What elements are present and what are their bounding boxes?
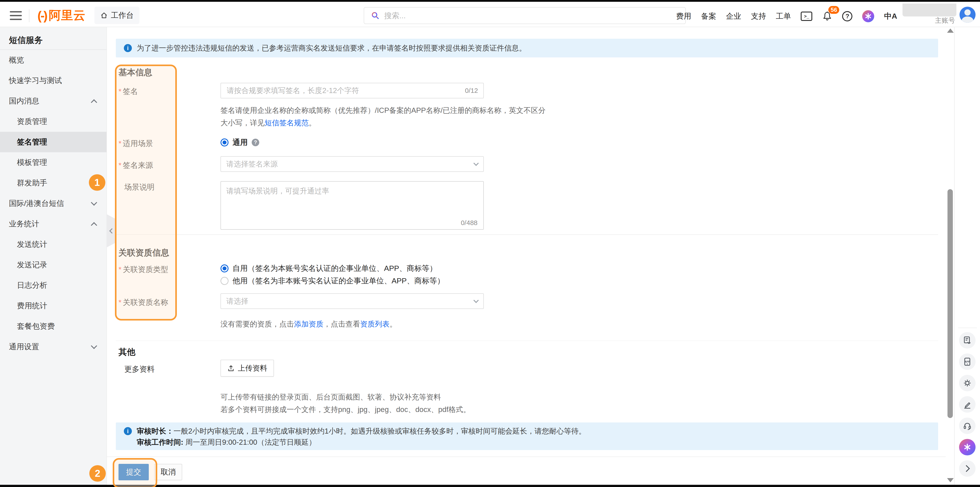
scene-label: *适用场景	[118, 138, 153, 149]
chevron-down-icon	[91, 343, 97, 349]
signature-field: 0/12	[221, 83, 484, 98]
sidebar-item-send-stats[interactable]: 发送统计	[0, 234, 107, 255]
section-other-title: 其他	[118, 346, 135, 358]
qual-name-select[interactable]: 请选择	[221, 293, 484, 309]
scene-desc-label: 场景说明	[118, 182, 154, 192]
signature-input[interactable]	[226, 86, 461, 95]
chevron-right-icon	[963, 465, 970, 472]
sidebar-item-business-stats[interactable]: 业务统计	[0, 214, 107, 234]
radio-general-selected[interactable]	[221, 138, 229, 146]
submit-button[interactable]: 提交	[118, 464, 149, 480]
section-divider	[116, 341, 938, 341]
scene-desc-textarea[interactable]	[221, 182, 483, 215]
chevron-down-icon	[473, 160, 479, 166]
app-icon[interactable]: APP	[959, 354, 975, 370]
home-icon	[100, 11, 108, 19]
sidebar-item-package-pricing[interactable]: 套餐包资费	[0, 316, 107, 336]
aliyun-logo[interactable]: (-) 阿里云	[37, 8, 86, 23]
scene-option-row: 通用 ?	[221, 136, 259, 149]
settings-gear-icon[interactable]	[959, 375, 975, 391]
notification-count-badge: 56	[828, 6, 839, 14]
sidebar-item-domestic-messages[interactable]: 国内消息	[0, 91, 107, 111]
sidebar-item-signature-mgmt[interactable]: 签名管理	[0, 132, 107, 152]
upload-help-line1: 可上传带有链接的登录页面、后台页面截图、软著、协议补充等资料	[221, 391, 441, 403]
sidebar-item-quick-learn[interactable]: 快速学习与测试	[0, 70, 107, 91]
toolbar-expand-icon[interactable]	[959, 460, 975, 477]
scrollbar-thumb[interactable]	[948, 189, 953, 418]
bottom-border	[0, 485, 980, 487]
chevron-left-icon	[109, 228, 115, 233]
radio-other-use[interactable]	[221, 277, 229, 285]
aliyun-console-screen: (-) 阿里云 工作台 费用 备案 企业 支持 工单 >_ 56	[0, 0, 980, 487]
scrollbar-up-arrow[interactable]	[947, 29, 954, 33]
sidebar-title: 短信服务	[0, 27, 107, 45]
terminal-glyph: >_	[804, 14, 809, 19]
section-divider	[116, 234, 938, 235]
nav-billing[interactable]: 费用	[676, 11, 691, 21]
ai-assistant-icon[interactable]	[959, 439, 975, 455]
footer-divider	[107, 457, 946, 457]
qual-name-label: *关联资质名称	[118, 297, 168, 308]
ai-assistant-icon[interactable]	[862, 10, 874, 22]
source-label: *签名来源	[118, 160, 153, 170]
nav-enterprise[interactable]: 企业	[726, 11, 741, 21]
annotation-box-labels	[115, 65, 177, 320]
scrollbar-down-arrow[interactable]	[947, 478, 954, 482]
chevron-down-icon	[473, 298, 479, 303]
sidebar-item-intl-sms[interactable]: 国际/港澳台短信	[0, 193, 107, 214]
sidebar-item-log-analysis[interactable]: 日志分析	[0, 275, 107, 295]
logo-bracket-icon: (-)	[37, 8, 46, 23]
search-input[interactable]	[384, 11, 682, 20]
cancel-button[interactable]: 取消	[154, 464, 182, 480]
sidebar-item-template-mgmt[interactable]: 模板管理	[0, 152, 107, 173]
top-border	[0, 0, 980, 2]
notifications-bell-icon[interactable]: 56	[822, 11, 832, 22]
scene-option-label: 通用	[232, 137, 248, 148]
radio-self-use-selected[interactable]	[221, 265, 229, 273]
translate-icon[interactable]: 中A	[884, 11, 897, 21]
nav-icp-filing[interactable]: 备案	[701, 11, 716, 21]
section-qualification-title: 关联资质信息	[118, 247, 169, 259]
chevron-up-icon	[91, 222, 97, 228]
workbench-button[interactable]: 工作台	[94, 7, 139, 24]
sidebar-item-qualification-mgmt[interactable]: 资质管理	[0, 111, 107, 132]
hamburger-menu-icon[interactable]	[10, 11, 22, 20]
sidebar-item-overview[interactable]: 概览	[0, 50, 107, 70]
sidebar-item-send-records[interactable]: 发送记录	[0, 255, 107, 275]
toolbar-divider	[954, 27, 955, 485]
sidebar-collapse-handle[interactable]	[107, 214, 115, 247]
qual-type-option-self: 自用（签名为本账号实名认证的企事业单位、APP、商标等）	[221, 262, 437, 274]
scene-desc-field: 0/488	[221, 181, 484, 230]
logo-text: 阿里云	[49, 7, 86, 24]
chevron-up-icon	[91, 99, 97, 106]
signature-spec-link[interactable]: 短信签名规范	[265, 119, 309, 127]
review-line1: 审核时长：一般2小时内审核完成，且平均完成审核时效约1小时。如遇升级核验或审核任…	[137, 425, 586, 437]
qual-help-text: 没有需要的资质，点击添加资质，点击查看资质列表。	[221, 318, 397, 330]
toolbar-section-divider	[958, 328, 977, 328]
cloudshell-icon[interactable]: >_	[801, 11, 812, 21]
workbench-label: 工作台	[111, 10, 134, 21]
nav-support[interactable]: 支持	[751, 11, 766, 21]
headset-icon[interactable]	[959, 417, 975, 434]
qual-type-label: *关联资质类型	[118, 265, 168, 274]
review-notice-banner: i 审核时长：一般2小时内审核完成，且平均完成审核时效约1小时。如遇升级核验或审…	[116, 422, 938, 450]
account-type-label: 主账号	[935, 16, 955, 25]
avatar[interactable]	[959, 7, 975, 23]
nav-tickets[interactable]: 工单	[776, 11, 791, 21]
upload-button[interactable]: 上传资料	[221, 360, 274, 377]
scene-help-icon[interactable]: ?	[252, 139, 259, 146]
signature-help-text: 签名请使用企业名称的全称或简称（优先推荐）/ICP备案的APP名称/已注册的商标…	[221, 104, 546, 129]
edit-pen-icon[interactable]	[959, 396, 975, 412]
sidebar-item-bulk-send-helper[interactable]: 群发助手	[0, 173, 107, 193]
qualification-list-link[interactable]: 资质列表	[360, 320, 390, 328]
add-qualification-link[interactable]: 添加资质	[294, 320, 323, 328]
help-icon[interactable]: ?	[842, 11, 853, 21]
scene-desc-counter: 0/488	[461, 219, 477, 227]
sidebar-item-fee-stats[interactable]: 费用统计	[0, 295, 107, 316]
signature-counter: 0/12	[465, 87, 478, 94]
help-glyph: ?	[845, 13, 849, 20]
sidebar-item-general-settings[interactable]: 通用设置	[0, 336, 107, 357]
qual-type-option-other: 他用（签名为非本账号实名认证的企事业单位、APP、商标等）	[221, 274, 445, 287]
source-select[interactable]: 请选择签名来源	[221, 156, 484, 172]
order-doc-icon[interactable]	[959, 332, 975, 349]
